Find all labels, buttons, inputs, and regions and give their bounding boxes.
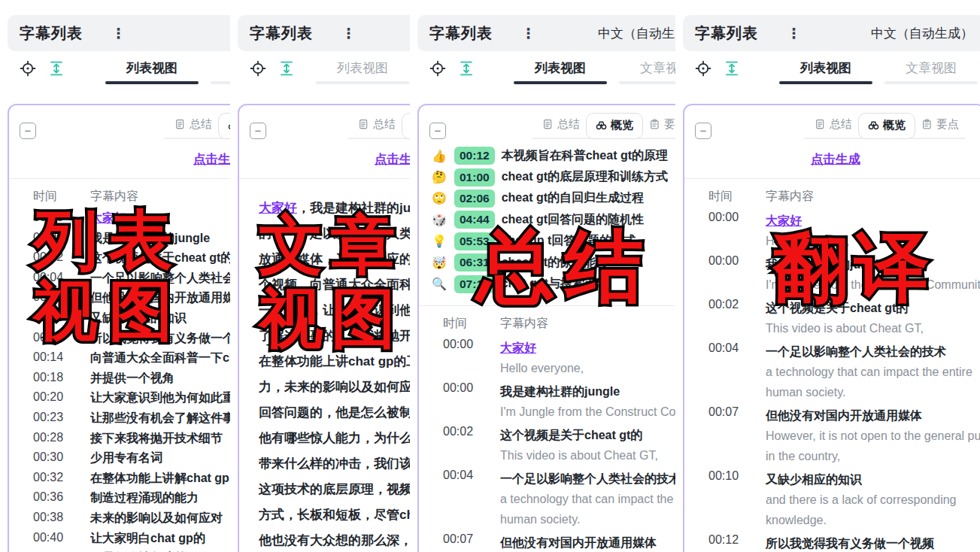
- locate-icon[interactable]: [695, 60, 711, 77]
- subtitle-text-zh: 一个足以影响整个人类社会的技术: [766, 341, 972, 362]
- timestamp[interactable]: 00:00: [708, 254, 743, 268]
- subtitle-row[interactable]: 00:12 所以我觉得我有义务做一个视频 So, I feel obligate…: [684, 533, 980, 552]
- collapse-button[interactable]: −: [20, 123, 36, 139]
- timestamp[interactable]: 00:04: [708, 341, 743, 355]
- four-panel-screenshot-collage: 字幕列表 ⋮ 列表视图 文章视图 − 总结 概览 要点: [0, 0, 980, 552]
- subtab-summary[interactable]: 总结: [536, 113, 586, 138]
- kebab-menu-icon[interactable]: ⋮: [787, 26, 801, 41]
- timestamp[interactable]: 00:32: [33, 471, 68, 484]
- chapter-timestamp[interactable]: 00:12: [454, 147, 495, 165]
- subtab-overview[interactable]: 概览: [218, 113, 230, 139]
- subtitle-row[interactable]: 00:07 但他没有对国内开放通用媒体 However, it is not o…: [419, 532, 675, 552]
- subtab-summary[interactable]: 总结: [809, 113, 858, 138]
- language-label[interactable]: 中文（自动生成）: [871, 25, 973, 42]
- chapter-timestamp[interactable]: 01:00: [454, 168, 495, 187]
- article-line[interactable]: 这项技术的底层原理，视频将逐一: [259, 477, 410, 502]
- subtitle-row[interactable]: 00:04 一个足以影响整个人类社会的技术 a technology that …: [684, 341, 980, 402]
- subtitle-row[interactable]: 00:23 让那些没有机会了解这件事的人: [9, 411, 230, 431]
- kebab-menu-icon[interactable]: ⋮: [521, 26, 536, 41]
- timestamp[interactable]: 00:30: [33, 450, 68, 464]
- subtitle-text: 少用专有名词: [90, 450, 162, 466]
- article-line[interactable]: 回答问题的，他是怎么被制造的，: [259, 400, 410, 426]
- subtitle-row[interactable]: 00:00 大家好 Hello everyone,: [419, 338, 675, 378]
- chapter-title: cheat gt的底层原理和训练方式: [502, 169, 668, 185]
- timestamp[interactable]: 00:28: [33, 431, 68, 444]
- subtab-overview[interactable]: 概览: [402, 113, 410, 139]
- subtab-overview[interactable]: 概览: [858, 113, 915, 139]
- kebab-menu-icon[interactable]: ⋮: [341, 26, 356, 41]
- timestamp[interactable]: 00:00: [708, 211, 743, 224]
- chapter-timestamp[interactable]: 02:06: [454, 190, 495, 208]
- subtitle-row[interactable]: 00:04 一个足以影响整个人类社会的技术 a technology that …: [419, 469, 675, 529]
- vertical-expand-icon[interactable]: [458, 60, 475, 77]
- timestamp[interactable]: 00:14: [33, 350, 68, 364]
- collapse-button[interactable]: −: [250, 123, 266, 139]
- tab-list-view[interactable]: 列表视图: [310, 53, 410, 84]
- timestamp[interactable]: 00:18: [33, 371, 68, 384]
- subtab-keypoints[interactable]: 要点: [643, 113, 675, 138]
- timestamp[interactable]: 00:23: [33, 411, 68, 424]
- subtitle-row[interactable]: 00:40 让大家明白chat gp的: [9, 531, 230, 551]
- article-line[interactable]: 方式，长板和短板，尽管cheat g: [259, 502, 410, 528]
- page-title: 字幕列表: [20, 23, 83, 44]
- timestamp[interactable]: 00:04: [443, 469, 478, 482]
- subtab-overview[interactable]: 概览: [586, 113, 643, 139]
- subtitle-row[interactable]: 00:30 少用专有名词: [9, 450, 230, 471]
- locate-icon[interactable]: [429, 60, 446, 77]
- language-label[interactable]: 中文（自动生成）: [598, 25, 675, 42]
- subtitle-row[interactable]: 00:00 我是建构社群的jungle I'm Jungle from the …: [419, 381, 675, 422]
- timestamp[interactable]: 00:02: [708, 298, 743, 311]
- tab-article-view[interactable]: 文章视图: [613, 53, 675, 84]
- timestamp[interactable]: 00:12: [708, 533, 743, 547]
- tab-article-view[interactable]: 文章视图: [878, 53, 980, 84]
- subtitle-row[interactable]: 00:36 制造过程涌现的能力: [9, 490, 230, 511]
- subtitle-row[interactable]: 00:07 但他没有对国内开放通用媒体 However, it is not o…: [684, 405, 980, 466]
- chapter-item[interactable]: 👍 00:12 本视频旨在科普cheat gt的原理: [419, 145, 675, 166]
- kebab-menu-icon[interactable]: ⋮: [111, 26, 126, 41]
- subtitle-row[interactable]: 00:20 让大家意识到他为何如此重要: [9, 390, 230, 411]
- article-line[interactable]: 他也没有大众想的那么深，但没有: [259, 528, 410, 552]
- chapter-item[interactable]: 🤔 01:00 cheat gt的底层原理和训练方式: [419, 166, 675, 187]
- subtitle-row[interactable]: 00:28 接下来我将抛开技术细节: [9, 431, 230, 451]
- subtitle-row[interactable]: 00:18 并提供一个视角: [9, 371, 230, 391]
- timestamp[interactable]: 00:07: [443, 532, 478, 546]
- article-line[interactable]: 带来什么样的冲击，我们该如何继: [259, 451, 410, 477]
- vertical-expand-icon[interactable]: [278, 60, 295, 77]
- subtab-summary[interactable]: 总结: [352, 113, 402, 138]
- timestamp[interactable]: 00:38: [33, 511, 68, 524]
- subtitle-row[interactable]: 00:32 在整体功能上讲解chat gp: [9, 471, 230, 491]
- article-line[interactable]: 力，未来的影响以及如何应对，讲: [259, 375, 410, 400]
- timestamp[interactable]: 00:40: [33, 531, 68, 544]
- vertical-expand-icon[interactable]: [724, 60, 740, 77]
- collapse-button[interactable]: −: [429, 123, 446, 139]
- generate-link[interactable]: 点击生成: [811, 152, 860, 165]
- timestamp[interactable]: 00:02: [443, 425, 478, 438]
- subtitle-row[interactable]: 00:10 又缺少相应的知识 and there is a lack of co…: [684, 469, 980, 530]
- timestamp[interactable]: 00:00: [443, 338, 478, 351]
- subtab-keypoints[interactable]: 要点: [915, 113, 965, 138]
- subtitle-row[interactable]: 00:14 向普通大众全面科普一下cheat gp的原理: [9, 350, 230, 371]
- timestamp[interactable]: 00:07: [708, 405, 743, 419]
- generate-link[interactable]: 点击生成: [193, 152, 230, 165]
- timestamp[interactable]: 00:00: [443, 381, 478, 395]
- timestamp[interactable]: 00:36: [33, 490, 68, 504]
- vertical-expand-icon[interactable]: [48, 60, 65, 77]
- tab-list-view[interactable]: 列表视图: [508, 53, 613, 84]
- generate-link[interactable]: 点击生成: [375, 152, 410, 165]
- chapter-item[interactable]: 🙄 02:06 cheat gt的自回归生成过程: [419, 188, 675, 209]
- timestamp[interactable]: 00:20: [33, 390, 68, 404]
- subtitle-row[interactable]: 00:02 这个视频是关于cheat gt的 This video is abo…: [419, 425, 675, 466]
- locate-icon[interactable]: [20, 60, 36, 77]
- subtitle-text: 向普通大众全面科普一下cheat gp的原理: [90, 350, 230, 366]
- timestamp[interactable]: 00:10: [708, 469, 743, 483]
- collapse-button[interactable]: −: [695, 123, 711, 139]
- chapter-title: cheat gt的自回归生成过程: [502, 190, 644, 206]
- subtitle-row[interactable]: 00:38 未来的影响以及如何应对: [9, 511, 230, 531]
- tab-list-view[interactable]: 列表视图: [99, 53, 205, 84]
- tab-article-view[interactable]: 文章视图: [205, 53, 230, 84]
- tab-list-view[interactable]: 列表视图: [773, 53, 878, 84]
- locate-icon[interactable]: [250, 60, 266, 77]
- article-line[interactable]: 他有哪些惊人能力，为什么他不: [259, 426, 410, 451]
- subtab-summary[interactable]: 总结: [168, 113, 218, 138]
- chapter-emoji: 👍: [431, 149, 448, 163]
